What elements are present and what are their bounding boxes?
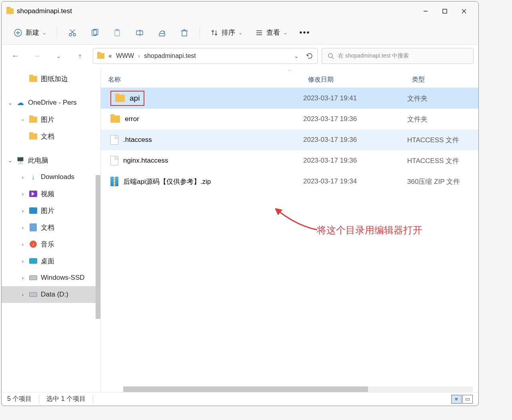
item-label: 图片: [41, 206, 54, 215]
breadcrumb-ellipsis[interactable]: «: [108, 52, 112, 60]
sidebar-item[interactable]: ›Data (D:): [2, 286, 100, 303]
minimize-button[interactable]: [416, 3, 435, 19]
status-count: 5 个项目: [7, 395, 32, 403]
copy-button[interactable]: [86, 25, 104, 41]
column-name[interactable]: 名称: [101, 76, 301, 84]
view-button[interactable]: 查看 ⌄: [251, 25, 291, 41]
forward-button[interactable]: →: [28, 48, 46, 64]
item-label: 图纸加边: [41, 74, 68, 84]
file-type: 360压缩 ZIP 文件: [405, 177, 478, 186]
item-icon: [29, 274, 38, 281]
separator: [93, 395, 93, 403]
expand-icon[interactable]: ›: [20, 117, 26, 123]
back-button[interactable]: ←: [6, 48, 24, 64]
maximize-button[interactable]: [435, 3, 454, 19]
toolbar: 新建 ⌄ 排序 ⌄ 查看 ⌄ •••: [2, 21, 478, 45]
icons-view-button[interactable]: ▭: [462, 395, 473, 404]
file-rows: api2023-03-17 19:41文件夹error2023-03-17 19…: [101, 88, 478, 392]
sidebar-item[interactable]: 文档: [2, 128, 100, 145]
expand-icon[interactable]: ›: [20, 174, 26, 180]
recent-button[interactable]: ⌄: [50, 48, 67, 64]
item-label: 桌面: [41, 257, 54, 266]
sidebar-item[interactable]: ›Windows-SSD: [2, 269, 100, 286]
splitter-handle[interactable]: ︿: [101, 67, 478, 72]
refresh-icon[interactable]: [306, 52, 313, 60]
new-button[interactable]: 新建 ⌄: [10, 25, 50, 41]
sidebar-item[interactable]: ›♪音乐: [2, 236, 100, 253]
sidebar-item[interactable]: ›桌面: [2, 253, 100, 269]
navigation-pane[interactable]: 图纸加边⌄☁OneDrive - Pers›图片文档⌄🖥️此电脑›↓Downlo…: [2, 67, 101, 392]
details-view-button[interactable]: ≡: [451, 395, 462, 404]
file-row[interactable]: 后端api源码【仅供参考】.zip2023-03-17 19:34360压缩 Z…: [101, 171, 478, 192]
annotation-arrow-icon: [275, 208, 319, 232]
item-label: Windows-SSD: [41, 274, 85, 282]
trash-icon: [180, 28, 189, 37]
share-button[interactable]: [153, 25, 171, 41]
expand-icon[interactable]: ⌄: [7, 100, 13, 106]
column-date[interactable]: 修改日期: [301, 76, 405, 84]
sidebar-item[interactable]: ›视频: [2, 185, 100, 202]
breadcrumb-item[interactable]: WWW: [116, 52, 134, 60]
expand-icon[interactable]: ⌄: [7, 157, 13, 163]
folder-icon: [6, 8, 14, 14]
sidebar-item[interactable]: ›图片: [2, 111, 100, 128]
sidebar-item[interactable]: ›文档: [2, 219, 100, 236]
rename-button[interactable]: [131, 25, 148, 41]
navigation-row: ← → ⌄ ↑ « WWW › shopadminapi.test ⌄ 在 sh…: [2, 45, 478, 67]
up-button[interactable]: ↑: [71, 48, 89, 64]
expand-icon[interactable]: ›: [20, 208, 26, 214]
item-icon: ☁: [16, 99, 25, 106]
svg-line-25: [332, 57, 334, 59]
svg-line-9: [71, 30, 75, 34]
close-button[interactable]: [454, 3, 474, 19]
item-label: 图片: [41, 115, 54, 124]
sort-button[interactable]: 排序 ⌄: [206, 25, 246, 41]
sidebar-item[interactable]: ›↓Downloads: [2, 169, 100, 185]
share-icon: [158, 28, 166, 37]
more-button[interactable]: •••: [296, 25, 314, 41]
file-date: 2023-03-17 19:41: [301, 94, 405, 102]
delete-button[interactable]: [176, 25, 193, 41]
annotation-text: 将这个目录用编辑器打开: [317, 224, 422, 237]
file-type: HTACCESS 文件: [405, 135, 478, 145]
search-placeholder: 在 shopadminapi.test 中搜索: [338, 52, 409, 60]
item-label: Data (D:): [41, 291, 68, 299]
file-row[interactable]: nginx.htaccess2023-03-17 19:36HTACCESS 文…: [101, 150, 478, 171]
column-type[interactable]: 类型: [405, 76, 478, 84]
sidebar-item[interactable]: ⌄🖥️此电脑: [2, 152, 100, 169]
copy-icon: [90, 28, 99, 37]
chevron-down-icon[interactable]: ⌄: [294, 53, 299, 59]
chevron-down-icon: ⌄: [42, 30, 46, 36]
expand-icon[interactable]: ›: [20, 225, 26, 231]
title-bar: shopadminapi.test: [2, 2, 478, 21]
item-label: 文档: [41, 223, 54, 232]
chevron-down-icon: ⌄: [283, 30, 287, 36]
file-date: 2023-03-17 19:36: [301, 115, 405, 123]
file-row[interactable]: .htaccess2023-03-17 19:36HTACCESS 文件: [101, 129, 478, 150]
search-input[interactable]: 在 shopadminapi.test 中搜索: [322, 48, 474, 64]
chevron-down-icon: ⌄: [238, 30, 242, 36]
horizontal-scrollbar[interactable]: [123, 386, 473, 392]
scrollbar[interactable]: [96, 175, 100, 319]
expand-icon[interactable]: ›: [20, 275, 26, 281]
item-label: Downloads: [41, 173, 74, 181]
address-bar[interactable]: « WWW › shopadminapi.test ⌄: [93, 48, 318, 64]
expand-icon[interactable]: ›: [20, 241, 26, 247]
svg-rect-18: [182, 31, 187, 36]
cut-button[interactable]: [64, 25, 81, 41]
paste-button[interactable]: [108, 25, 126, 41]
content-body: 图纸加边⌄☁OneDrive - Pers›图片文档⌄🖥️此电脑›↓Downlo…: [2, 67, 478, 392]
breadcrumb-item[interactable]: shopadminapi.test: [144, 52, 196, 60]
file-list-pane: ︿ 名称 修改日期 类型 api2023-03-17 19:41文件夹error…: [101, 67, 478, 392]
file-row[interactable]: api2023-03-17 19:41文件夹: [101, 88, 478, 109]
sidebar-item[interactable]: ›图片: [2, 202, 100, 219]
expand-icon[interactable]: ›: [20, 292, 26, 298]
svg-line-10: [70, 30, 74, 34]
expand-icon[interactable]: ›: [20, 258, 26, 264]
file-row[interactable]: error2023-03-17 19:36文件夹: [101, 109, 478, 129]
sidebar-item[interactable]: ⌄☁OneDrive - Pers: [2, 94, 100, 111]
file-name: .htaccess: [123, 136, 152, 144]
expand-icon[interactable]: ›: [20, 191, 26, 197]
sidebar-item[interactable]: 图纸加边: [2, 70, 100, 87]
explorer-window: shopadminapi.test 新建 ⌄ 排序 ⌄ 查看 ⌄: [1, 1, 479, 406]
